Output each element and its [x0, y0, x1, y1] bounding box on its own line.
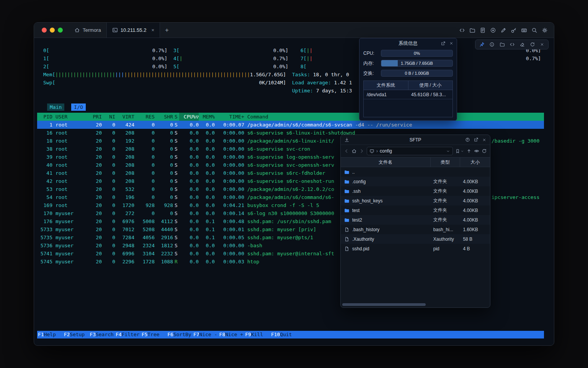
edit-icon[interactable] — [500, 27, 506, 33]
file-table-header[interactable]: 文件名 类型 大小 — [341, 157, 490, 167]
fkey-button[interactable]: F7Nice - — [193, 331, 219, 338]
forward-icon[interactable] — [359, 148, 364, 154]
refresh-icon[interactable] — [482, 148, 487, 154]
sftp-titlebar[interactable]: SFTP — [341, 135, 490, 145]
fkey-button[interactable]: F10Quit — [270, 331, 299, 338]
fkey-button[interactable]: F3Search — [89, 331, 115, 338]
file-type: 文件夹 — [431, 207, 461, 214]
uptime: Uptime: 7 days, 15:3 — [292, 87, 352, 95]
help-icon[interactable] — [465, 137, 470, 142]
cpu-meter: 4[|0.7%] — [173, 54, 288, 62]
fkey-button[interactable]: F5Tree — [141, 331, 167, 338]
close-window-button[interactable] — [42, 28, 47, 33]
file-name: .Xauthority — [352, 237, 374, 242]
file-row[interactable]: .. — [341, 167, 490, 177]
stat-row: 内存: 1.75GB / 7.65GB — [359, 58, 457, 68]
stat-row: CPU: 0% — [359, 48, 457, 58]
folder-icon[interactable] — [500, 42, 505, 47]
back-icon[interactable] — [344, 148, 349, 154]
filesystem-table: 文件系统 使用 / 大小 /dev/vda1 45.61GB / 58.3... — [363, 80, 453, 117]
file-row[interactable]: .config 文件夹 4.00KB — [341, 177, 490, 186]
fkey-button[interactable]: F2Setup — [63, 331, 89, 338]
folder-icon — [344, 189, 350, 194]
search-icon[interactable] — [531, 27, 537, 33]
file-name: sshd.pid — [352, 246, 369, 251]
terminal-icon — [112, 27, 118, 33]
htop-screen-main[interactable]: Main — [47, 104, 64, 111]
file-type: 文件夹 — [431, 178, 461, 185]
htop-function-bar: F1Help F2Setup F3Search F4Filter F5Tree … — [37, 331, 544, 338]
close-icon[interactable] — [482, 138, 487, 142]
close-icon[interactable] — [449, 41, 454, 46]
htop-screen-io[interactable]: I/O — [71, 104, 85, 111]
tab-session[interactable]: 10.211.55.2 × — [106, 23, 160, 38]
tab-termora-home[interactable]: Termora — [69, 23, 106, 38]
path-combobox[interactable]: › config — [367, 147, 453, 155]
file-row[interactable]: .Xauthority Xauthority 58 B — [341, 234, 490, 244]
fkey-button[interactable]: F9Kill — [244, 331, 270, 338]
eraser-icon[interactable] — [519, 42, 525, 47]
info-icon[interactable] — [489, 42, 495, 47]
file-icon — [344, 237, 350, 242]
swap-meter: Swp[0K/1024M] — [43, 79, 286, 87]
file-name: .bash_history — [352, 227, 379, 232]
cpu-meter: 3[0.0%] — [173, 46, 288, 54]
file-table: .. .config 文件夹 4.00KB — [341, 167, 490, 302]
command-tail: ipcserver-access — [492, 193, 539, 201]
window-toolbar — [459, 23, 554, 38]
refresh-icon[interactable] — [530, 42, 535, 47]
fkey-button[interactable]: F4Filter — [115, 331, 141, 338]
pin-icon[interactable] — [479, 42, 485, 47]
fkey-button[interactable]: F8Nice + — [219, 331, 245, 338]
upload-icon[interactable] — [466, 148, 472, 154]
close-icon[interactable] — [540, 42, 544, 47]
close-tab-icon[interactable]: × — [151, 27, 154, 33]
macro-icon[interactable] — [521, 27, 527, 33]
file-row[interactable]: ssh_host_keys 文件夹 4.00KB — [341, 196, 490, 205]
file-size: 4.00KB — [460, 198, 490, 204]
download-icon[interactable] — [344, 137, 350, 143]
open-in-window-icon[interactable] — [474, 137, 479, 142]
open-in-window-icon[interactable] — [441, 41, 446, 46]
folder-icon[interactable] — [469, 27, 475, 33]
memory-meter: Mem[||||||||||||||||||||||||||||||||||||… — [43, 71, 286, 79]
bookmark-icon[interactable] — [455, 149, 460, 154]
file-size: 1.60KB — [460, 227, 490, 232]
home-icon[interactable] — [351, 148, 357, 154]
new-tab-button[interactable]: + — [160, 23, 174, 38]
sftp-toolbar: › config — [341, 145, 490, 157]
filesystem-row[interactable]: /dev/vda1 45.61GB / 58.3... — [364, 90, 452, 99]
horizontal-scrollbar[interactable] — [342, 303, 488, 306]
process-row[interactable]: 1 root 20 0 424 0 0 S 0.0 0.0 0:00.07 /p… — [37, 121, 544, 129]
tab-label: Termora — [83, 27, 101, 33]
process-table-header[interactable]: PID USER PRI NI VIRT RES SHR S CPU%▽ MEM… — [37, 113, 544, 121]
file-row[interactable]: test 文件夹 4.00KB — [341, 205, 490, 215]
eye-icon[interactable] — [474, 148, 479, 154]
logs-icon[interactable] — [480, 27, 486, 33]
file-row[interactable]: sshd.pid pid 4 B — [341, 244, 490, 253]
fkey-button[interactable]: F1Help — [37, 331, 63, 338]
swap-line: Swp[0K/1024M] Load average: 1.42 1 — [37, 79, 544, 87]
code-icon[interactable] — [510, 42, 515, 47]
fkey-button[interactable]: F6SortBy — [167, 331, 193, 338]
file-row[interactable]: test2 文件夹 4.00KB — [341, 215, 490, 225]
file-size: 4.00KB — [460, 208, 490, 213]
folder-icon — [344, 179, 350, 184]
folder-icon — [344, 217, 350, 223]
file-icon — [344, 246, 350, 251]
settings-icon[interactable] — [542, 27, 548, 33]
chevron-down-icon[interactable] — [461, 150, 464, 153]
file-row[interactable]: .ssh 文件夹 4.00KB — [341, 186, 490, 196]
key-icon[interactable] — [511, 27, 517, 33]
window-content: 0[0.7%] 3[0.0%] 6[||0.0%] 1[0.0%] 4[|0.7… — [34, 38, 554, 345]
code-icon[interactable] — [459, 27, 465, 33]
file-row[interactable]: .bash_history bash_hi... 1.60KB — [341, 225, 490, 234]
minimize-window-button[interactable] — [50, 28, 55, 33]
scrollbar-thumb[interactable] — [342, 303, 426, 306]
zoom-window-button[interactable] — [58, 28, 63, 33]
cpu-meter: 2[0.0%] — [43, 62, 167, 71]
memory-line: Mem[||||||||||||||||||||||||||||||||||||… — [37, 71, 544, 79]
record-icon[interactable] — [490, 27, 496, 33]
folder-icon — [344, 198, 350, 204]
file-name: test — [352, 208, 359, 213]
